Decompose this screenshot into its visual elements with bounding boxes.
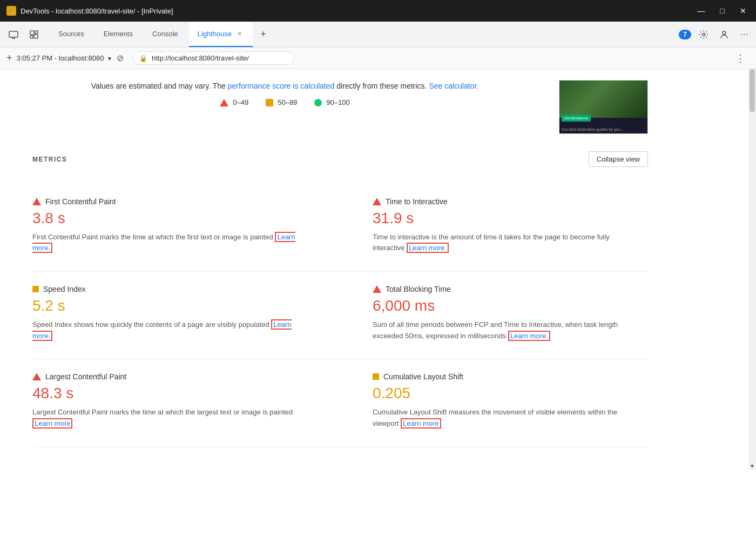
metric-lcp: Largest Contentful Paint 48.3 s Largest … (32, 359, 340, 447)
tab-elements[interactable]: Elements (95, 22, 141, 47)
profile-button[interactable] (716, 26, 732, 43)
tab-lighthouse[interactable]: Lighthouse ✕ (189, 22, 253, 47)
fcp-value: 3.8 s (32, 209, 308, 227)
fail-triangle-icon (220, 99, 228, 106)
collapse-view-button[interactable]: Collapse view (589, 151, 648, 167)
si-learn-more-link[interactable]: Learn more. (32, 319, 292, 341)
cls-name: Cumulative Layout Shift (383, 372, 463, 381)
pass-circle-icon (314, 99, 322, 106)
cls-learn-more-link[interactable]: Learn more (401, 418, 441, 429)
si-name: Speed Index (43, 285, 86, 293)
tbt-description: Sum of all time periods between FCP and … (373, 319, 631, 342)
cls-status-icon (373, 373, 379, 380)
svg-point-5 (703, 33, 705, 36)
svg-rect-3 (30, 36, 33, 38)
scrollbar-track[interactable]: ▲ ▼ (748, 69, 756, 469)
page-thumbnail: Destinations Our best destination guides… (559, 80, 648, 134)
add-tab-button[interactable]: + (255, 26, 272, 42)
tab-close-icon[interactable]: ✕ (235, 29, 244, 38)
svg-rect-4 (35, 31, 38, 34)
tti-description: Time to interactive is the amount of tim… (373, 232, 631, 255)
lock-icon: 🔒 (139, 55, 147, 62)
more-options-menu[interactable]: ⋮ (731, 50, 750, 66)
tbt-status-icon (373, 285, 381, 293)
dropdown-arrow[interactable]: ▼ (107, 56, 112, 62)
metric-cls: Cumulative Layout Shift 0.205 Cumulative… (340, 359, 648, 447)
fcp-learn-more-link[interactable]: Learn more. (32, 232, 295, 253)
url-text: http://localhost:8080/travel-site/ (152, 54, 249, 62)
svg-rect-2 (34, 35, 38, 38)
metrics-grid: First Contentful Paint 3.8 s First Conte… (32, 184, 648, 447)
thumbnail-subtext: Our best destination guides for you... (562, 128, 623, 131)
close-button[interactable]: ✕ (737, 5, 750, 16)
values-text-area: Values are estimated and may vary. The p… (32, 80, 537, 106)
tti-header: Time to Interactive (373, 197, 631, 206)
values-section: Values are estimated and may vary. The p… (32, 69, 648, 143)
tti-status-icon (373, 198, 381, 205)
window-controls: — □ ✕ (694, 5, 750, 16)
tab-console[interactable]: Console (144, 22, 187, 47)
scrollbar-thumb[interactable] (750, 69, 755, 112)
window-title: DevTools - localhost:8080/travel-site/ -… (21, 7, 690, 15)
lcp-status-icon (32, 373, 41, 380)
url-bar[interactable]: 🔒 http://localhost:8080/travel-site/ (132, 51, 294, 65)
lcp-learn-more-link[interactable]: Learn more (32, 418, 72, 429)
score-legend: 0–49 50–89 90–100 (32, 98, 537, 106)
inspect-element-button[interactable] (25, 28, 43, 42)
svg-rect-1 (30, 31, 34, 35)
si-status-icon (32, 286, 39, 292)
cls-header: Cumulative Layout Shift (373, 372, 631, 381)
fcp-description: First Contentful Paint marks the time at… (32, 232, 308, 255)
performance-score-link[interactable]: performance score is calculated (228, 82, 335, 90)
fcp-status-icon (32, 198, 41, 205)
notification-badge: 7 (679, 30, 691, 39)
legend-fail: 0–49 (220, 98, 248, 106)
metric-si: Speed Index 5.2 s Speed Index shows how … (32, 272, 340, 359)
settings-button[interactable] (696, 26, 712, 43)
metric-tbt: Total Blocking Time 6,000 ms Sum of all … (340, 272, 648, 359)
thumbnail-image (559, 81, 647, 118)
metrics-header: METRICS Collapse view (32, 151, 648, 171)
metric-tti: Time to Interactive 31.9 s Time to inter… (340, 184, 648, 272)
add-icon[interactable]: + (6, 52, 12, 64)
pass-range: 90–100 (326, 98, 349, 106)
svg-point-6 (723, 31, 726, 35)
devtools-icon: 🔧 (6, 6, 16, 16)
tbt-header: Total Blocking Time (373, 285, 631, 293)
maximize-button[interactable]: □ (717, 5, 728, 16)
lcp-value: 48.3 s (32, 384, 308, 403)
values-note: Values are estimated and may vary. The p… (32, 80, 537, 92)
cls-description: Cumulative Layout Shift measures the mov… (373, 407, 631, 430)
si-description: Speed Index shows how quickly the conten… (32, 319, 308, 342)
timestamp: 3:05:27 PM - localhost:8080 ▼ (17, 54, 112, 62)
tab-bar-right: 7 ⋯ (679, 22, 752, 47)
lcp-header: Largest Contentful Paint (32, 372, 308, 381)
lcp-description: Largest Contentful Paint marks the time … (32, 407, 308, 430)
lcp-name: Largest Contentful Paint (45, 372, 126, 381)
metrics-title: METRICS (32, 156, 68, 163)
tbt-learn-more-link[interactable]: Learn more. (508, 331, 550, 341)
see-calculator-link[interactable]: See calculator. (429, 82, 478, 90)
minimize-button[interactable]: — (694, 5, 708, 16)
legend-pass: 90–100 (314, 98, 349, 106)
fail-range: 0–49 (233, 98, 248, 106)
scroll-down-arrow[interactable]: ▼ (748, 463, 756, 469)
stop-icon[interactable]: ⊘ (117, 53, 124, 63)
tti-learn-more-link[interactable]: Learn more. (407, 243, 449, 253)
more-options-button[interactable]: ⋯ (737, 26, 752, 43)
tti-value: 31.9 s (373, 209, 631, 227)
tti-name: Time to Interactive (386, 197, 448, 206)
screen-cast-button[interactable] (4, 28, 23, 42)
fcp-name: First Contentful Paint (45, 197, 116, 206)
title-bar: 🔧 DevTools - localhost:8080/travel-site/… (0, 0, 756, 22)
tab-bar: Sources Elements Console Lighthouse ✕ + … (0, 22, 756, 48)
cls-value: 0.205 (373, 384, 631, 403)
tab-bar-left (4, 22, 43, 47)
si-value: 5.2 s (32, 297, 308, 315)
metric-fcp: First Contentful Paint 3.8 s First Conte… (32, 184, 340, 272)
content-inner: Values are estimated and may vary. The p… (0, 69, 680, 469)
address-bar: + 3:05:27 PM - localhost:8080 ▼ ⊘ 🔒 http… (0, 48, 756, 69)
tbt-name: Total Blocking Time (386, 285, 451, 293)
tab-sources[interactable]: Sources (50, 22, 93, 47)
thumbnail-label: Destinations (562, 115, 591, 122)
